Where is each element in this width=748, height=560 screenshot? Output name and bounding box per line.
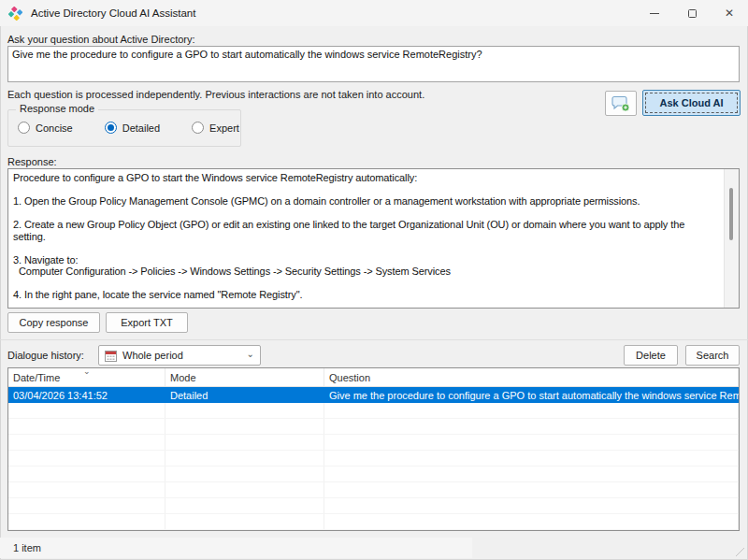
history-empty-row [8,403,739,419]
status-panel [0,538,472,558]
minimize-button[interactable] [636,0,673,26]
close-button[interactable]: ✕ [711,0,748,26]
response-text: Procedure to configure a GPO to start th… [8,169,723,308]
copy-response-button[interactable]: Copy response [7,312,100,333]
history-table-header: ⌄ Date/Time Mode Question [8,368,739,387]
section-divider [0,339,748,340]
history-empty-row [8,482,739,498]
maximize-icon [688,9,697,18]
history-empty-row [8,419,739,435]
dialogue-history-label: Dialogue history: [7,350,84,361]
resize-grip-icon[interactable] [736,548,745,557]
close-icon: ✕ [725,7,734,19]
calendar-icon [105,350,117,362]
column-header-mode[interactable]: Mode [165,368,324,386]
question-label: Ask your question about Active Directory… [7,34,195,45]
radio-detailed-label: Detailed [122,122,160,134]
history-empty-row [8,435,739,451]
title-bar: Active Directory Cloud AI Assistant ✕ [0,0,748,26]
response-scrollbar[interactable] [724,169,739,308]
delete-button[interactable]: Delete [624,345,678,366]
maximize-button[interactable] [673,0,711,26]
history-cell-question: Give me the procedure to configure a GPO… [324,390,739,401]
history-row-selected[interactable]: 03/04/2026 13:41:52 Detailed Give me the… [8,387,739,403]
export-txt-button[interactable]: Export TXT [106,312,188,333]
history-table: ⌄ Date/Time Mode Question 03/04/2026 13:… [7,367,740,531]
radio-expert-circle [192,122,204,134]
radio-expert[interactable]: Expert [192,122,239,134]
radio-concise-label: Concise [36,122,73,134]
history-cell-datetime: 03/04/2026 13:41:52 [8,390,165,401]
response-label: Response: [7,156,57,167]
window-controls: ✕ [636,0,748,26]
response-mode-label: Response mode [16,103,98,114]
minimize-icon [650,13,659,14]
column-header-question[interactable]: Question [324,368,739,386]
radio-detailed-circle [105,122,117,134]
response-mode-options: Concise Detailed Expert [18,122,239,134]
new-conversation-button[interactable] [605,91,637,116]
app-window: { "window": { "title": "Active Directory… [0,0,748,560]
radio-concise[interactable]: Concise [18,122,73,134]
window-title: Active Directory Cloud AI Assistant [31,7,195,19]
search-button[interactable]: Search [685,345,740,366]
response-scrollbar-thumb[interactable] [729,188,733,240]
question-input[interactable]: Give me the procedure to configure a GPO… [7,46,740,82]
chat-bubble-plus-icon [611,95,630,112]
history-empty-row [8,467,739,482]
history-empty-row [8,498,739,514]
radio-expert-label: Expert [209,122,239,134]
radio-detailed[interactable]: Detailed [105,122,160,134]
independence-note: Each question is processed independently… [7,89,424,100]
status-bar: 1 item [0,536,748,560]
history-empty-row [8,514,739,530]
chevron-down-icon: ⌄ [247,349,254,359]
ask-cloud-ai-button[interactable]: Ask Cloud AI [642,90,741,116]
radio-concise-circle [18,122,30,134]
period-select-value: Whole period [122,350,247,361]
item-count: 1 item [13,542,41,553]
sort-indicator-icon: ⌄ [83,367,91,376]
period-select[interactable]: Whole period ⌄ [98,345,261,366]
history-empty-row [8,451,739,467]
app-icon [8,7,22,21]
history-cell-mode: Detailed [165,390,324,401]
response-output[interactable]: Procedure to configure a GPO to start th… [7,168,740,309]
response-mode-group: Response mode Concise Detailed Expert [7,109,241,147]
